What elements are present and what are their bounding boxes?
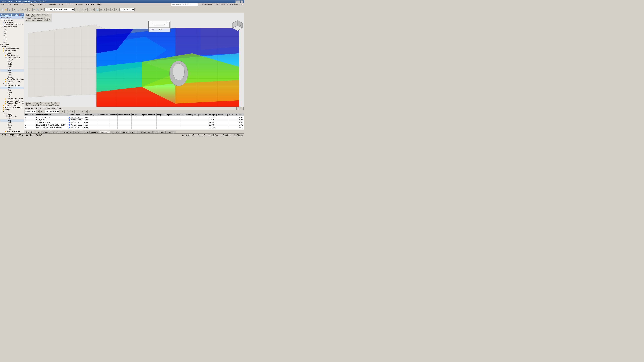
nav-sigma-vp[interactable]: σv,+ (0, 71, 24, 74)
nav-sigma-vm2[interactable]: σv,- (0, 74, 24, 76)
status-grid[interactable]: GRID (9, 134, 15, 136)
menu-insert[interactable]: Insert (21, 3, 27, 6)
tab-nav-prev[interactable]: ◀ (27, 131, 29, 133)
tab-lines[interactable]: Lines (82, 131, 89, 133)
tb-render[interactable]: ◈ (115, 8, 118, 11)
tb-paste[interactable]: 📋 (28, 8, 31, 11)
nav-solids-stresses[interactable]: ▼Stresses (0, 113, 24, 115)
menu-view[interactable]: View (14, 3, 19, 6)
table-row[interactable]: 1 16,17,28,65-47,18 Without Thick... Pla… (24, 116, 244, 119)
nav-solid-sy[interactable]: σy (0, 119, 24, 122)
nav-tau[interactable]: τ (0, 67, 24, 69)
nav-solid-txy[interactable]: τxy (0, 128, 24, 130)
nav-ux[interactable]: ○ux (0, 30, 24, 32)
tab-openings[interactable]: Openings (110, 131, 120, 133)
menu-window[interactable]: Window (76, 3, 84, 6)
tab-surfaces-2[interactable]: Surfaces (100, 131, 110, 133)
tab-surfaces-1[interactable]: Surfaces (51, 131, 61, 133)
menu-results[interactable]: Results (49, 3, 56, 6)
close-button[interactable]: ✕ (241, 0, 243, 3)
tb-redo[interactable]: ↪ (16, 8, 19, 11)
menu-tools[interactable]: Tools (58, 3, 64, 6)
nav-elastic-stress[interactable]: ▶Elastic Stress Components (0, 78, 24, 80)
bp-menu-view[interactable]: View (51, 107, 55, 109)
tab-line-sets[interactable]: Line Sets (129, 131, 139, 133)
nav-ud[interactable]: ○ud (0, 28, 24, 30)
nav-stresses[interactable]: ▼Stresses (0, 52, 24, 54)
nav-solids[interactable]: ▼Solids (0, 111, 24, 113)
bp-help[interactable]: ? (88, 110, 91, 113)
table-container[interactable]: Surface No. Boundary Lines No. Stiffness… (24, 113, 244, 130)
navigator-close[interactable]: ✕ (21, 14, 23, 16)
menu-calculate[interactable]: Calculate (38, 3, 47, 6)
tb-view-side[interactable]: ▣ (103, 8, 106, 11)
status-snap[interactable]: SNAP (1, 134, 8, 136)
tb-new[interactable]: 📄 (1, 8, 4, 11)
table-row[interactable]: 5 1,2,14,271,270-65,28-31,66,69,262,265.… (24, 124, 244, 126)
tb-undo[interactable]: ↩ (12, 8, 16, 11)
table-row[interactable]: 4 4-9,268,37-58,270 Without Thick... Pla… (24, 121, 244, 124)
tb-mirror[interactable]: ⟺ (91, 8, 94, 11)
nav-contact-stresses[interactable]: ▶Contact Stresses (0, 104, 24, 106)
status-glines[interactable]: GLINES (25, 134, 34, 136)
nav-final-results[interactable]: ⊞ Final Results (0, 21, 24, 24)
tb-copy[interactable]: ⎘ (24, 8, 28, 11)
nav-phiy[interactable]: ○φy (0, 39, 24, 41)
tab-nav-next[interactable]: ▶ (29, 131, 31, 133)
axis-combo[interactable]: 1 - Global XYZ (120, 8, 134, 11)
tb-open[interactable]: 📂 (4, 8, 8, 11)
tb-mesh[interactable]: ⊞ (111, 8, 114, 11)
tb-run[interactable]: ▶ (76, 8, 79, 11)
minimize-button[interactable]: ─ (236, 0, 238, 3)
bp-expand[interactable]: ▲ (236, 107, 240, 110)
tab-members[interactable]: Members (90, 131, 100, 133)
nav-solid-sx[interactable]: σx (0, 117, 24, 119)
maximize-button[interactable]: □ (238, 0, 240, 3)
nav-sub-pin[interactable]: ✕ (22, 17, 23, 18)
nav-solids-principal[interactable]: ▶Principal Stresses (0, 130, 24, 133)
nav-sigma1m[interactable]: σ1,- (0, 61, 24, 63)
tb-cut[interactable]: ✂ (21, 8, 24, 11)
bp-copy2[interactable]: ⎘ (71, 110, 74, 113)
bp-import[interactable]: ↑ (74, 110, 78, 113)
nav-phix[interactable]: ○φx (0, 37, 24, 39)
nav-solids-basic-stresses[interactable]: ▼Basic Stresses (0, 115, 24, 117)
nav-global-deformations[interactable]: ▼ Global Deformations (0, 26, 24, 28)
nav-basic-total-strains[interactable]: ▼Basic Total Strains (0, 85, 24, 87)
status-bgrid[interactable]: BGRID (16, 134, 24, 136)
tab-thicknesses[interactable]: Thicknesses (61, 131, 74, 133)
nav-local-deformations[interactable]: ▶Local Deformations (0, 48, 24, 50)
bp-close[interactable]: ✕ (240, 107, 244, 110)
search-input[interactable] (171, 3, 198, 6)
nav-type-of-results[interactable]: ▼ Type of results (0, 19, 24, 21)
tb-save[interactable]: 💾 (8, 8, 11, 11)
nav-solid-sz[interactable]: σz (0, 122, 24, 124)
nav-solid-tyz[interactable]: τyz (0, 124, 24, 126)
status-osnap[interactable]: OSNAP (35, 134, 43, 136)
menu-file[interactable]: File (1, 3, 5, 6)
nav-basic-stresses[interactable]: ▶Basic Stresses (0, 54, 24, 56)
nav-principal-stresses[interactable]: ▼Principal Stresses (0, 56, 24, 58)
nav-isotropic[interactable]: ▶Isotropic Characteristics (0, 106, 24, 109)
nav-sigma2m[interactable]: σ2,- (0, 65, 24, 67)
tb-view-top[interactable]: ▣ (106, 8, 110, 11)
menu-assign[interactable]: Assign (29, 3, 36, 6)
nav-epsx-p[interactable]: εx,+ (0, 87, 24, 89)
bp-structure-combo[interactable]: Structure (25, 110, 36, 113)
nav-equivalent-total-strains[interactable]: ▶Equivalent Total Strains (0, 102, 24, 104)
nav-epsy-m[interactable]: εy,- (0, 91, 24, 93)
nav-uz[interactable]: ○uz (0, 34, 24, 37)
nav-sigma1p[interactable]: σ1,+ (0, 58, 24, 61)
bp-menu-selection[interactable]: Selection (43, 107, 50, 109)
tb-zoom-out[interactable]: 🔍 (36, 8, 39, 11)
menu-edit[interactable]: Edit (7, 3, 12, 6)
nav-solid-txz[interactable]: τxz (0, 126, 24, 128)
tb-rotate[interactable]: ↻ (88, 8, 91, 11)
tab-surface-sets[interactable]: Surface Sets (152, 131, 165, 133)
nav-principal-total-strains[interactable]: ▶Principal Total Strains (0, 98, 24, 100)
bp-objects-combo[interactable]: Basic Objects (44, 110, 59, 113)
bp-prev[interactable]: ◀ (36, 110, 40, 113)
nav-maximum-total-strains[interactable]: ▶Maximum Total Strains (0, 100, 24, 102)
bp-export[interactable]: ↓ (78, 110, 81, 113)
nav-members[interactable]: ▶ Members (0, 43, 24, 45)
